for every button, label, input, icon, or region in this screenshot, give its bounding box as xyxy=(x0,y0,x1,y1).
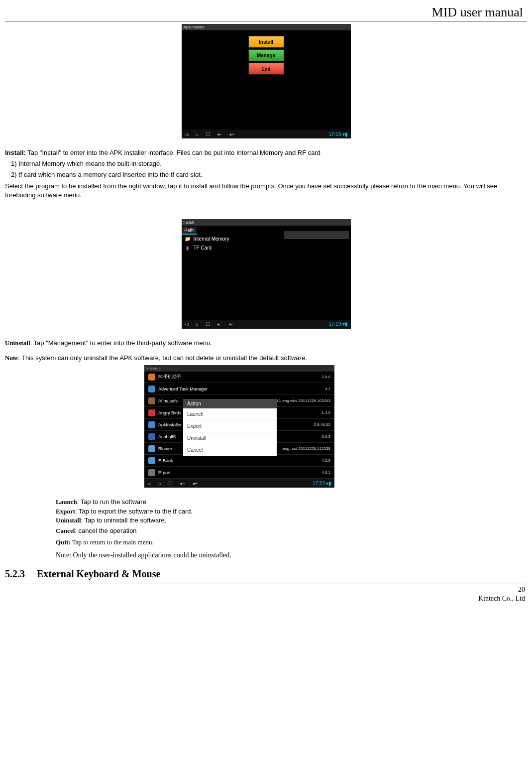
home-icon[interactable]: ⌂ xyxy=(158,481,161,486)
app-row[interactable]: E-Book4.2.9 xyxy=(144,455,334,467)
action-definitions: Launch: Tap to run the software Export: … xyxy=(56,498,527,546)
app-version: 1.4.0 xyxy=(321,410,330,415)
exit-button[interactable]: Exit xyxy=(248,63,284,75)
note-2: Note: Only the user-installed applicatio… xyxy=(56,551,527,559)
back-icon[interactable]: ◅ xyxy=(185,321,189,327)
home-icon[interactable]: ⌂ xyxy=(196,131,199,137)
sc2-row-tfcard[interactable]: ▮ TF Card xyxy=(182,244,351,253)
uninstall-paragraph: Uninstall: Tap "Management" to enter int… xyxy=(5,339,527,348)
export-label: Export xyxy=(56,508,75,515)
sc2-right-panel xyxy=(284,231,349,239)
clock-label: 17:15 ▾▮ xyxy=(328,131,347,137)
body-line-1: 1) Internal Memory which means the built… xyxy=(11,159,527,168)
app-version: 4.0.1-eng.wbs.20111229.103243 xyxy=(272,398,330,403)
page-header-title: MID user manual xyxy=(5,5,523,20)
launch-label: Launch xyxy=(56,498,77,506)
company-name: Kintech Co., Ltd xyxy=(5,594,525,603)
uninstall-action-text: : Tap to uninstall the software. xyxy=(81,516,167,524)
menu-item-launch[interactable]: Launch xyxy=(183,408,277,420)
sc2-row2-label: TF Card xyxy=(194,245,212,251)
app-version: 4.2.9 xyxy=(321,458,330,463)
app-icon xyxy=(148,445,155,452)
app-icon xyxy=(148,433,155,440)
app-icon xyxy=(148,397,155,404)
uninstall-label: Uninstall xyxy=(5,339,30,347)
vol-down-icon[interactable]: ◂− xyxy=(180,481,185,486)
app-version: 3.0.0 xyxy=(321,375,330,379)
folder-icon: 📁 xyxy=(185,236,191,242)
quit-label: Quit: xyxy=(56,538,71,546)
clock-text: 17:15 xyxy=(328,131,341,137)
app-name: Afinaisefs xyxy=(158,398,178,403)
action-menu: Action Launch Export Uninstall Cancel xyxy=(183,399,277,456)
note-paragraph: Note: This system can only uninstall the… xyxy=(5,354,527,363)
app-row[interactable]: E-poe4.0.1 xyxy=(144,467,334,479)
menu-item-export[interactable]: Export xyxy=(183,420,277,432)
app-name: ApkInstaller xyxy=(158,422,182,427)
app-name: Blaaier xyxy=(158,446,172,451)
menu-item-uninstall[interactable]: Uninstall xyxy=(183,432,277,444)
action-menu-title: Action xyxy=(183,399,277,408)
app-row[interactable]: Advanced Task Manager4.1 xyxy=(144,383,334,395)
sc1-navbar: ◅ ⌂ ☐ ◂− ◂+ 17:15 ▾▮ xyxy=(182,129,351,138)
install-label: Install: xyxy=(5,149,26,156)
back-icon[interactable]: ◅ xyxy=(147,481,151,486)
app-name: 91手机助手 xyxy=(158,374,181,380)
footer-divider xyxy=(5,584,527,584)
recent-icon[interactable]: ☐ xyxy=(206,131,210,137)
page-number: 20 xyxy=(5,585,525,594)
section-title: External Keyboard & Mouse xyxy=(37,568,160,579)
app-name: E-Book xyxy=(158,458,173,463)
section-heading: 5.2.3External Keyboard & Mouse xyxy=(5,568,527,580)
vol-up-icon[interactable]: ◂+ xyxy=(229,321,234,327)
wifi-icon: ▾▮ xyxy=(326,481,331,486)
home-icon[interactable]: ⌂ xyxy=(196,321,199,327)
note-text: : This system can only uninstall the APK… xyxy=(18,354,307,362)
app-version: 3.0.3 xyxy=(321,434,330,439)
menu-item-cancel[interactable]: Cancel xyxy=(183,444,277,456)
sc2-navbar: ◅ ⌂ ☐ ◂− ◂+ 17:19 ▾▮ xyxy=(182,320,351,329)
app-version: 4.1 xyxy=(325,386,330,391)
sc3-navbar: ◅ ⌂ ☐ ◂− ◂+ 17:22 ▾▮ xyxy=(144,479,334,488)
section-number: 5.2.3 xyxy=(5,568,25,580)
screenshot-install-path: Install Path 📁 Internal Memory ▮ TF Card… xyxy=(182,219,351,329)
cancel-label: Cancel xyxy=(56,527,75,534)
install-paragraph: Install: Tap "Install" to enter into the… xyxy=(5,148,527,157)
export-text: : Tap to export the software to the tf c… xyxy=(75,508,193,515)
screenshot-apk-installer-main: ApkInstaller Install Manage Exit ◅ ⌂ ☐ ◂… xyxy=(182,24,351,138)
body-line-2: 2) tf card which means a memory card ins… xyxy=(11,170,527,179)
vol-up-icon[interactable]: ◂+ xyxy=(229,131,234,137)
app-name: Asphalt5 xyxy=(158,434,176,439)
uninstall-text: : Tap "Management" to enter into the thi… xyxy=(30,339,212,347)
quit-text: Tap to return to the main menu. xyxy=(71,538,154,546)
app-icon xyxy=(148,421,155,428)
recent-icon[interactable]: ☐ xyxy=(168,481,173,486)
vol-down-icon[interactable]: ◂− xyxy=(217,321,222,327)
screenshot-manage-apps: Manage 91手机助手3.0.0Advanced Task Manager4… xyxy=(144,365,334,488)
install-button[interactable]: Install xyxy=(248,36,284,48)
app-name: Angry Birds xyxy=(158,410,182,415)
recent-icon[interactable]: ☐ xyxy=(206,321,210,327)
wifi-icon: ▾▮ xyxy=(342,321,348,327)
app-name: E-poe xyxy=(158,470,170,475)
app-version: 2.9.40.02 xyxy=(314,422,330,427)
uninstall-action-label: Uninstall xyxy=(56,516,81,524)
sc2-row1-label: Internal Memory xyxy=(194,236,229,242)
app-row[interactable]: 91手机助手3.0.0 xyxy=(144,371,334,383)
app-version: -eng.root.20111226.112138 xyxy=(281,446,330,451)
note-label: Note xyxy=(5,354,18,362)
sdcard-icon: ▮ xyxy=(185,245,191,251)
vol-down-icon[interactable]: ◂− xyxy=(217,131,222,137)
sc2-tab-path[interactable]: Path xyxy=(182,227,197,235)
back-icon[interactable]: ◅ xyxy=(185,131,189,137)
clock-label: 17:19 ▾▮ xyxy=(328,321,347,327)
page-footer: 20 Kintech Co., Ltd xyxy=(5,585,525,603)
body-para-2: Select the program to be installed from … xyxy=(5,182,527,200)
sc1-titlebar: ApkInstaller xyxy=(182,24,351,30)
vol-up-icon[interactable]: ◂+ xyxy=(192,481,198,486)
app-icon xyxy=(148,386,155,392)
clock-label: 17:22 ▾▮ xyxy=(313,481,331,486)
app-icon xyxy=(148,374,155,381)
wifi-icon: ▾▮ xyxy=(342,131,348,137)
manage-button[interactable]: Manage xyxy=(248,49,284,61)
